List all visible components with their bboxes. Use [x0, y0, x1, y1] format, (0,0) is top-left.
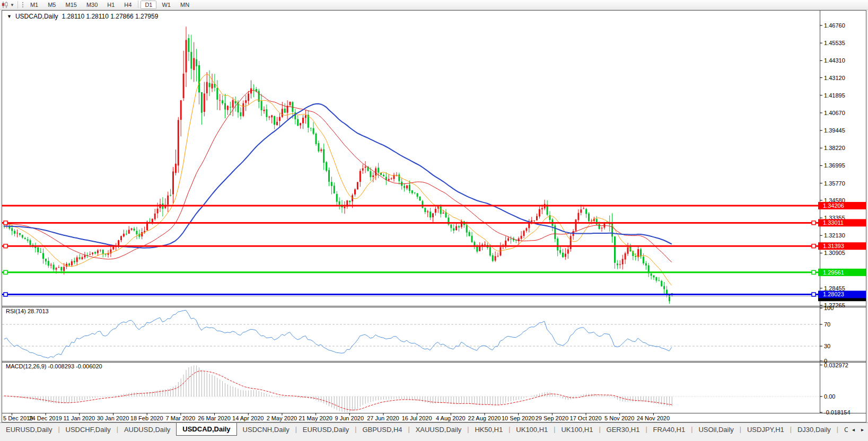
svg-text:1.34206: 1.34206	[823, 202, 844, 209]
symbol-tabbar: EURUSD,Daily|USDCHF,Daily|AUDUSD,DailyUS…	[0, 422, 868, 436]
horizontal-lines[interactable]	[2, 206, 820, 296]
timeframe-button-m1[interactable]: M1	[26, 1, 42, 9]
chart-tool-icon[interactable]: ▼	[0, 1, 16, 9]
timeframe-button-w1[interactable]: W1	[157, 1, 175, 9]
hline-handle[interactable]	[812, 270, 816, 274]
svg-text:0.00: 0.00	[824, 393, 835, 400]
tab-fra40-h1[interactable]: FRA40,H1	[647, 423, 691, 436]
hline-handle[interactable]	[4, 244, 7, 248]
tab-ger30-h1[interactable]: GER30,H1	[601, 423, 646, 436]
dropdown-caret-icon: ▼	[10, 3, 14, 7]
timeframe-button-h4[interactable]: H4	[120, 1, 136, 9]
timeframe-button-m30[interactable]: M30	[82, 1, 102, 9]
tab-scroll-left-icon[interactable]: ◂	[852, 427, 855, 433]
svg-text:24 Dec 2019: 24 Dec 2019	[29, 415, 62, 421]
hline-handle[interactable]	[4, 221, 7, 225]
timeframe-button-group: M1M5M15M30H1H4D1W1MN	[25, 1, 194, 9]
tab-usdcad-daily[interactable]: USDCAD,Daily	[176, 423, 236, 436]
toolbar-separator	[17, 1, 18, 8]
hline-handle[interactable]	[4, 270, 7, 274]
rsi-line	[4, 310, 672, 358]
svg-text:11 Jan 2020: 11 Jan 2020	[63, 415, 95, 421]
chart-canvas[interactable]: 1.467601.455351.443101.431201.418951.406…	[2, 11, 866, 422]
ma-28-line	[4, 91, 672, 262]
tab-xauusd-daily[interactable]: XAUUSD,Daily	[410, 423, 468, 436]
svg-text:1.32130: 1.32130	[824, 232, 845, 239]
svg-text:1.33011: 1.33011	[823, 219, 844, 226]
tab-dj30-daily[interactable]: DJ30,Daily	[792, 423, 837, 436]
tab-scroll-arrows: ◂ ▸	[848, 422, 868, 436]
svg-text:1.43120: 1.43120	[824, 75, 845, 81]
svg-text:29 Sep 2020: 29 Sep 2020	[536, 415, 568, 421]
tab-usdchf-daily[interactable]: USDCHF,Daily	[60, 423, 117, 436]
svg-text:0.032972: 0.032972	[824, 362, 848, 368]
tab-uk100-h1[interactable]: UK100,H1	[510, 423, 554, 436]
timeframe-button-d1[interactable]: D1	[141, 1, 156, 9]
svg-text:27 Jun 2020: 27 Jun 2020	[367, 415, 399, 421]
candles	[4, 27, 673, 304]
timeframe-button-m15[interactable]: M15	[61, 1, 81, 9]
top-toolbar: ▼ M1M5M15M30H1H4D1W1MN	[0, 0, 868, 10]
svg-text:1.36995: 1.36995	[824, 162, 845, 169]
svg-text:7 Mar 2020: 7 Mar 2020	[166, 415, 196, 421]
svg-text:9 Jun 2020: 9 Jun 2020	[335, 415, 364, 421]
svg-text:1.28023: 1.28023	[823, 291, 844, 297]
svg-text:10 Sep 2020: 10 Sep 2020	[502, 415, 534, 421]
chart-ohlc-values: 1.28110 1.28110 1.27866 1.27959	[62, 13, 159, 20]
svg-text:1.39445: 1.39445	[824, 127, 845, 134]
tab-uk100-h1[interactable]: UK100,H1	[555, 423, 599, 436]
svg-text:1.46760: 1.46760	[824, 22, 845, 29]
tab-gbpusd-h4[interactable]: GBPUSD,H4	[356, 423, 408, 436]
svg-text:22 Aug 2020: 22 Aug 2020	[468, 415, 501, 421]
svg-text:1.31393: 1.31393	[823, 243, 844, 249]
chart-symbol-label: USDCAD,Daily	[15, 13, 58, 20]
hline-handle[interactable]	[812, 221, 816, 225]
date-axis: 5 Dec 201924 Dec 201911 Jan 202030 Jan 2…	[3, 413, 670, 422]
chart-collapse-icon[interactable]: ▼	[7, 14, 12, 19]
tab-usoil-daily[interactable]: USOil,Daily	[692, 423, 739, 436]
macd-signal-line	[4, 371, 672, 410]
timeframe-button-mn[interactable]: MN	[176, 1, 194, 9]
svg-text:100: 100	[824, 305, 834, 311]
svg-text:70: 70	[824, 321, 830, 328]
tab-usdcnh-daily[interactable]: USDCNH,Daily	[237, 423, 295, 436]
svg-text:1.45535: 1.45535	[824, 40, 845, 46]
svg-text:21 May 2020: 21 May 2020	[299, 415, 332, 421]
svg-text:24 Nov 2020: 24 Nov 2020	[637, 415, 670, 421]
tab-audusd-daily[interactable]: AUDUSD,Daily	[118, 423, 176, 436]
timeframe-button-h1[interactable]: H1	[103, 1, 119, 9]
macd-indicator-label: MACD(12,26,9) -0.008293 -0.006020	[6, 363, 102, 369]
hline-handle[interactable]	[812, 293, 816, 296]
svg-text:1.28455: 1.28455	[824, 285, 845, 292]
svg-text:17 Oct 2020: 17 Oct 2020	[570, 415, 602, 421]
svg-text:1.38220: 1.38220	[824, 145, 845, 151]
svg-text:1.41895: 1.41895	[824, 92, 845, 99]
svg-text:1.40670: 1.40670	[824, 110, 845, 116]
svg-text:2 May 2020: 2 May 2020	[267, 415, 297, 421]
tab-usdjpy-h1[interactable]: USDJPY,H1	[741, 423, 790, 436]
toolbar-grip-handle[interactable]	[21, 1, 24, 8]
candles-icon	[2, 2, 9, 8]
svg-text:5 Nov 2020: 5 Nov 2020	[604, 415, 634, 421]
svg-text:30 Jan 2020: 30 Jan 2020	[97, 415, 129, 421]
toolbar-separator	[138, 1, 138, 8]
chart-window: 1.467601.455351.443101.431201.418951.406…	[2, 10, 866, 422]
svg-text:1.44310: 1.44310	[824, 57, 845, 64]
tab-hk50-h1[interactable]: HK50,H1	[469, 423, 508, 436]
panel-chrome	[2, 11, 866, 413]
tab-eurusd-daily[interactable]: EURUSD,Daily	[297, 423, 355, 436]
moving-averages	[4, 74, 672, 286]
tab-scroll-right-icon[interactable]: ▸	[861, 427, 864, 433]
svg-text:-0.018154: -0.018154	[824, 409, 851, 416]
tab-eurusd-daily[interactable]: EURUSD,Daily	[0, 423, 58, 436]
ma-55-line	[4, 104, 672, 248]
chart-title: ▼ USDCAD,Daily 1.28110 1.28110 1.27866 1…	[7, 13, 158, 20]
svg-text:1.35770: 1.35770	[824, 180, 845, 187]
hline-handle[interactable]	[812, 244, 816, 248]
price-axis: 1.467601.455351.443101.431201.418951.406…	[820, 22, 845, 308]
ma-10-line	[4, 74, 672, 286]
timeframe-button-m5[interactable]: M5	[43, 1, 60, 9]
svg-text:16 Jul 2020: 16 Jul 2020	[402, 415, 432, 421]
macd-panel: 0.0329720.00-0.018154	[2, 362, 851, 416]
hline-handle[interactable]	[4, 293, 7, 296]
